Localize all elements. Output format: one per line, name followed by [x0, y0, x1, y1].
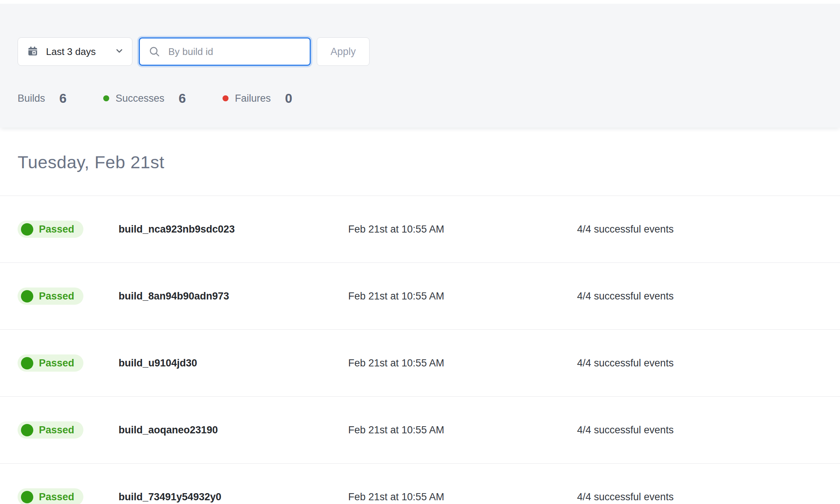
passed-dot-icon [21, 424, 33, 436]
status-badge: Passed [18, 488, 83, 504]
build-events-summary: 4/4 successful events [577, 357, 674, 369]
build-row[interactable]: Passed build_73491y54932y0 Feb 21st at 1… [0, 463, 840, 504]
filter-header-panel: Last 3 days Apply Builds 6 S [0, 4, 840, 127]
date-range-dropdown[interactable]: Last 3 days [18, 37, 132, 66]
build-search-field [139, 37, 311, 66]
build-events-summary: 4/4 successful events [577, 224, 674, 235]
apply-button[interactable]: Apply [317, 37, 370, 66]
build-list: Passed build_nca923nb9sdc023 Feb 21st at… [0, 196, 840, 504]
build-id: build_8an94b90adn973 [119, 291, 229, 302]
stat-failures: Failures 0 [223, 91, 292, 106]
passed-dot-icon [21, 223, 33, 236]
build-id: build_u9104jd30 [119, 357, 197, 369]
search-icon [148, 45, 161, 58]
status-badge: Passed [18, 421, 83, 439]
build-id: build_73491y54932y0 [119, 491, 221, 503]
toolbar: Last 3 days Apply [18, 37, 370, 66]
chevron-down-icon [114, 46, 125, 58]
failure-dot-icon [223, 95, 229, 101]
calendar-icon [27, 45, 39, 58]
build-id: build_aoqaneo23190 [119, 424, 218, 436]
successes-count: 6 [179, 91, 186, 106]
build-row[interactable]: Passed build_u9104jd30 Feb 21st at 10:55… [0, 329, 840, 396]
status-badge: Passed [18, 288, 83, 305]
status-label: Passed [39, 357, 74, 369]
build-events-summary: 4/4 successful events [577, 424, 674, 436]
build-timestamp: Feb 21st at 10:55 AM [348, 424, 444, 436]
failures-label: Failures [235, 93, 271, 104]
build-events-summary: 4/4 successful events [577, 291, 674, 302]
stat-builds: Builds 6 [18, 91, 67, 106]
builds-label: Builds [18, 93, 45, 104]
build-id: build_nca923nb9sdc023 [119, 224, 235, 235]
passed-dot-icon [21, 357, 33, 369]
success-dot-icon [103, 95, 109, 101]
successes-label: Successes [116, 93, 165, 104]
build-timestamp: Feb 21st at 10:55 AM [348, 357, 444, 369]
build-stats-row: Builds 6 Successes 6 Failures 0 [18, 91, 292, 106]
passed-dot-icon [21, 491, 33, 503]
build-row[interactable]: Passed build_nca923nb9sdc023 Feb 21st at… [0, 196, 840, 262]
date-range-label: Last 3 days [46, 46, 110, 58]
build-row[interactable]: Passed build_aoqaneo23190 Feb 21st at 10… [0, 396, 840, 463]
build-timestamp: Feb 21st at 10:55 AM [348, 224, 444, 235]
failures-count: 0 [285, 91, 292, 106]
stat-successes: Successes 6 [103, 91, 186, 106]
status-label: Passed [39, 224, 74, 235]
build-timestamp: Feb 21st at 10:55 AM [348, 291, 444, 302]
status-label: Passed [39, 491, 74, 503]
build-timestamp: Feb 21st at 10:55 AM [348, 491, 444, 503]
status-badge: Passed [18, 354, 83, 372]
status-label: Passed [39, 291, 74, 302]
passed-dot-icon [21, 290, 33, 302]
status-badge: Passed [18, 221, 83, 238]
search-input[interactable] [168, 46, 303, 58]
build-events-summary: 4/4 successful events [577, 491, 674, 503]
builds-count: 6 [59, 91, 67, 106]
build-row[interactable]: Passed build_8an94b90adn973 Feb 21st at … [0, 262, 840, 329]
status-label: Passed [39, 424, 74, 436]
date-group-heading: Tuesday, Feb 21st [18, 152, 165, 172]
